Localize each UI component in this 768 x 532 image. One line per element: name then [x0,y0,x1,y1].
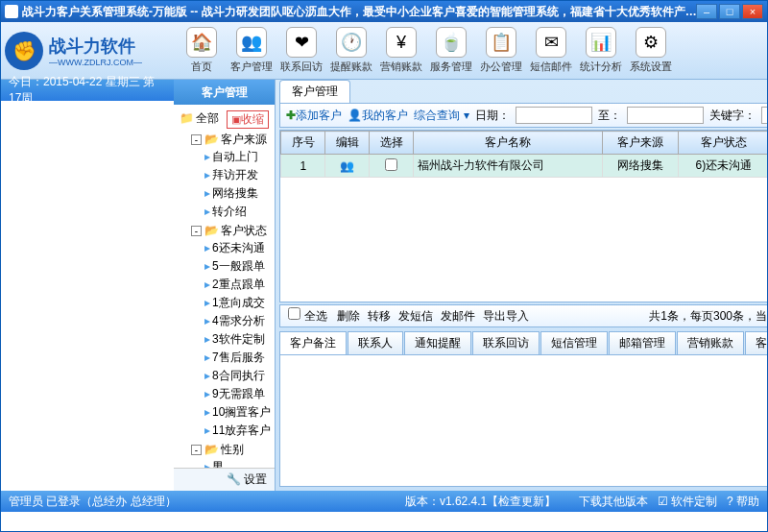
doc-icon: ▸ [204,259,210,273]
keyword-input[interactable] [761,107,768,124]
title-bar: 战斗力客户关系管理系统-万能版 -- 战斗力研发团队呕心沥血大作，最受中小企业客… [1,1,767,22]
toolbar-联系回访[interactable]: ❤联系回访 [277,26,325,76]
tree-item[interactable]: 8合同执行 [212,369,265,382]
subtab[interactable]: 客户关怀 [745,331,768,354]
doc-icon: ▸ [204,150,210,163]
main-tab[interactable]: 客户管理 [279,80,350,103]
col-header[interactable]: 客户状态 [679,132,768,155]
tree-item[interactable]: 7售后服务 [212,351,265,364]
status-link[interactable]: 下载其他版本 [579,495,648,508]
maximize-button[interactable]: □ [719,4,740,19]
doc-icon: ▸ [204,369,210,382]
subtab[interactable]: 联系回访 [472,331,540,354]
tree-item[interactable]: 6还未沟通 [212,241,265,254]
sidebar: 客户管理 📁全部 ▣收缩 -📂客户来源▸自动上门▸拜访开发▸网络搜集▸转介绍-📂… [174,80,276,491]
status-link[interactable]: ☑ 软件定制 [658,495,717,508]
col-header[interactable]: 序号 [281,132,325,155]
toolbar-首页[interactable]: 🏠首页 [178,26,226,76]
tree-group[interactable]: 客户状态 [221,224,267,237]
tree-item[interactable]: 拜访开发 [212,168,258,181]
toolbar-服务管理[interactable]: 🍵服务管理 [427,26,475,76]
doc-icon: ▸ [204,387,210,400]
pager-op[interactable]: 发邮件 [441,308,475,325]
tree-item[interactable]: 4需求分析 [212,314,265,327]
tree-item[interactable]: 11放弃客户 [212,423,271,437]
col-header[interactable]: 客户来源 [602,132,678,155]
add-customer-button[interactable]: ✚添加客户 [286,108,342,124]
doc-icon: ▸ [204,168,210,181]
tree-item[interactable]: 1意向成交 [212,296,265,309]
toolbar-系统设置[interactable]: ⚙系统设置 [627,26,675,76]
toolbar-客户管理[interactable]: 👥客户管理 [228,26,276,76]
combined-query-button[interactable]: 综合查询 ▾ [414,108,468,124]
subtab[interactable]: 营销账款 [677,331,744,354]
tree-item[interactable]: 2重点跟单 [212,278,265,291]
tree-toggle[interactable]: - [191,445,202,455]
toolbar-提醒账款[interactable]: 🕐提醒账款 [327,26,375,76]
tree-root[interactable]: 全部 [196,111,219,125]
tree-item[interactable]: 10搁置客户 [212,405,271,419]
my-customers-button[interactable]: 👤我的客户 [348,108,408,124]
subtab[interactable]: 通知提醒 [404,331,471,354]
date-from-input[interactable] [516,107,592,124]
tree-group[interactable]: 性别 [221,443,244,456]
tree-item[interactable]: 男 [212,460,224,468]
toolbar-icon: ⚙ [636,27,666,58]
tree-item[interactable]: 网络搜集 [212,186,258,200]
tree-group[interactable]: 客户来源 [221,133,267,146]
subtab[interactable]: 客户备注 [279,331,347,354]
filter-bar: ✚添加客户 👤我的客户 综合查询 ▾ 日期： 至： 关键字： 查询 [279,103,768,128]
doc-icon: ▸ [204,314,210,327]
table-row[interactable]: 1 👥 福州战斗力软件有限公司 网络搜集 6)还未沟通 李先生 男 总经理 [281,155,768,178]
sub-tabs: 客户备注联系人通知提醒联系回访短信管理邮箱管理营销账款客户关怀项目管理⚙ 关联表 [279,331,768,354]
edit-icon[interactable]: 👥 [325,155,370,178]
sub-content [279,354,768,487]
toolbar: ✊ 战斗力软件 —WWW.ZDLRJ.COM— 🏠首页👥客户管理❤联系回访🕐提醒… [1,22,767,80]
minimize-button[interactable]: – [696,4,717,19]
toolbar-统计分析[interactable]: 📊统计分析 [577,26,625,76]
pager-op[interactable]: 发短信 [398,308,433,325]
keyword-label: 关键字： [709,108,756,124]
tree-item[interactable]: 3软件定制 [212,332,265,346]
tree-toggle[interactable]: - [191,134,202,145]
tree-item[interactable]: 转介绍 [212,205,247,218]
status-login: 管理员 已登录（总经办 总经理） [9,494,396,510]
toolbar-营销账款[interactable]: ¥营销账款 [377,26,425,76]
tree-item[interactable]: 9无需跟单 [212,387,265,400]
date-to-input[interactable] [627,107,704,124]
logo-area: ✊ 战斗力软件 —WWW.ZDLRJ.COM— [1,22,174,79]
row-checkbox[interactable] [385,158,397,171]
subtab[interactable]: 邮箱管理 [609,331,676,354]
settings-link[interactable]: 🔧 设置 [227,472,267,488]
doc-icon: ▸ [204,278,210,291]
pager-op[interactable]: 删除 [337,308,360,325]
doc-icon: ▸ [204,296,210,309]
toolbar-icon: ¥ [386,27,417,58]
toolbar-办公管理[interactable]: 📋办公管理 [477,26,525,76]
subtab[interactable]: 短信管理 [540,331,608,354]
subtab[interactable]: 联系人 [348,331,403,354]
col-header[interactable]: 选择 [370,132,414,155]
folder-icon: 📂 [204,224,219,237]
tree-toggle[interactable]: - [191,226,202,236]
pager-op[interactable]: 导出导入 [483,308,529,325]
tree-item[interactable]: 自动上门 [212,150,258,163]
window-title: 战斗力客户关系管理系统-万能版 -- 战斗力研发团队呕心沥血大作，最受中小企业客… [22,4,696,20]
folder-icon: 📂 [204,443,219,456]
status-link[interactable]: ? 帮助 [727,495,759,508]
select-all[interactable]: 全选 [288,307,326,325]
tree-item[interactable]: 5一般跟单 [212,259,265,273]
col-header[interactable]: 客户名称 [414,132,602,155]
logo-name: 战斗力软件 [49,35,142,58]
to-label: 至： [598,108,621,124]
pager-op[interactable]: 转移 [368,308,391,325]
folder-icon: 📂 [204,133,219,146]
close-button[interactable]: × [742,4,763,19]
col-header[interactable]: 编辑 [325,132,370,155]
toolbar-icon: 📋 [486,27,516,58]
doc-icon: ▸ [204,186,210,200]
status-version[interactable]: 版本：v1.62.4.1【检查更新】 [405,495,556,508]
doc-icon: ▸ [204,241,210,254]
toolbar-短信邮件[interactable]: ✉短信邮件 [527,26,575,76]
shrink-button[interactable]: ▣收缩 [227,110,269,129]
